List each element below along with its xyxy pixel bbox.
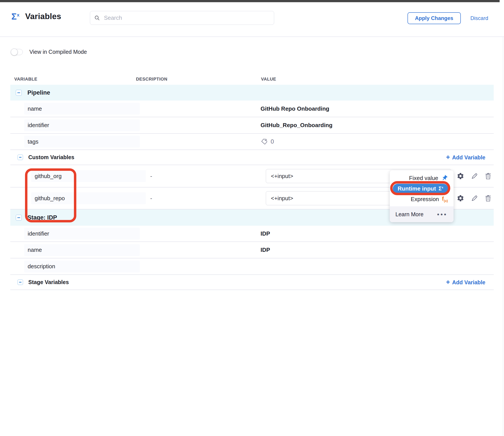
search-box[interactable]: [90, 11, 274, 25]
tag-icon: [261, 138, 268, 145]
table-row-stage-identifier: identifier IDP: [10, 226, 494, 242]
column-description: DESCRIPTION: [136, 77, 261, 82]
compiled-mode-label: View in Compiled Mode: [29, 49, 87, 55]
stage-identifier-value: IDP: [261, 230, 270, 237]
menu-item-expression[interactable]: Expression f(x): [390, 194, 454, 204]
variable-name-chip: name: [24, 244, 140, 256]
table-row-pipeline-identifier: identifier GitHub_Repo_Onboarding: [10, 117, 494, 134]
pipeline-name-value: GitHub Repo Onboarding: [261, 105, 329, 112]
collapse-icon-pipeline[interactable]: [16, 90, 22, 96]
table-row-stage-name: name IDP: [10, 242, 494, 258]
variable-name-chip: identifier: [24, 228, 140, 240]
ellipsis-icon[interactable]: ●●●: [437, 212, 447, 217]
section-title-custom-variables: Custom Variables: [28, 154, 74, 160]
search-input[interactable]: [104, 14, 270, 21]
settings-icon[interactable]: [457, 195, 464, 202]
plus-icon: +: [446, 154, 450, 160]
section-row-stage-variables: Stage Variables + Add Variable: [10, 275, 494, 290]
description-value: -: [136, 195, 152, 202]
edit-icon[interactable]: [471, 172, 478, 180]
menu-footer: Learn More ●●●: [390, 206, 454, 222]
variables-panel: Σx Variables Apply Changes Discard View …: [0, 0, 504, 436]
delete-icon[interactable]: [485, 172, 492, 180]
learn-more-link[interactable]: Learn More: [396, 211, 423, 218]
variable-name-chip: name: [24, 103, 140, 115]
collapse-icon-stage-variables[interactable]: [18, 279, 23, 285]
column-headers: VARIABLE DESCRIPTION VALUE: [10, 73, 494, 85]
variable-name-chip: tags: [24, 136, 140, 148]
compiled-mode-toggle[interactable]: [11, 49, 23, 55]
section-title-stage-variables: Stage Variables: [28, 279, 69, 285]
column-value: VALUE: [261, 77, 494, 82]
fx-icon: f(x): [442, 196, 448, 202]
add-variable-button[interactable]: + Add Variable: [446, 154, 485, 160]
header: Σx Variables Apply Changes Discard: [0, 2, 504, 37]
variable-name-chip: github_org: [31, 170, 146, 182]
collapse-icon-stage-idp[interactable]: [16, 215, 22, 221]
stage-name-value: IDP: [261, 247, 270, 253]
section-title-stage-idp: Stage: IDP: [27, 214, 57, 221]
section-row-pipeline: Pipeline: [10, 85, 494, 101]
scrollbar-track[interactable]: [503, 2, 503, 436]
column-variable: VARIABLE: [10, 77, 136, 82]
collapse-icon-custom-variables[interactable]: [18, 155, 23, 160]
value-type-menu: Fixed value Runtime input Σx Expression …: [390, 170, 454, 222]
variable-name-chip: identifier: [24, 120, 140, 131]
section-title-pipeline: Pipeline: [27, 89, 50, 96]
plus-icon: +: [446, 278, 450, 285]
add-variable-button[interactable]: + Add Variable: [446, 279, 485, 285]
sigma-x-icon: Σx: [439, 186, 443, 191]
table-row-pipeline-tags: tags 0: [10, 134, 494, 150]
tags-count: 0: [271, 138, 274, 145]
top-accent-bar: [0, 0, 500, 2]
settings-icon[interactable]: [457, 172, 464, 180]
discard-button[interactable]: Discard: [470, 15, 488, 21]
delete-icon[interactable]: [485, 195, 492, 202]
section-row-custom-variables: Custom Variables + Add Variable: [10, 150, 494, 165]
apply-changes-button[interactable]: Apply Changes: [407, 12, 461, 24]
menu-item-runtime-input[interactable]: Runtime input Σx: [393, 184, 448, 193]
table-row-pipeline-name: name GitHub Repo Onboarding: [10, 101, 494, 117]
variable-name-chip: github_repo: [31, 192, 146, 204]
variable-name-chip: description: [24, 260, 140, 272]
table-row-stage-description: description: [10, 258, 494, 275]
search-icon: [94, 15, 100, 21]
compiled-mode-row: View in Compiled Mode: [11, 49, 87, 55]
page-title: Variables: [25, 12, 61, 21]
description-value: -: [136, 173, 152, 179]
toggle-knob: [11, 48, 18, 56]
sigma-x-icon: Σx: [11, 12, 19, 21]
pin-icon: [440, 173, 449, 183]
edit-icon[interactable]: [471, 195, 478, 202]
pipeline-identifier-value: GitHub_Repo_Onboarding: [261, 122, 333, 129]
menu-item-fixed-value[interactable]: Fixed value: [390, 173, 454, 183]
